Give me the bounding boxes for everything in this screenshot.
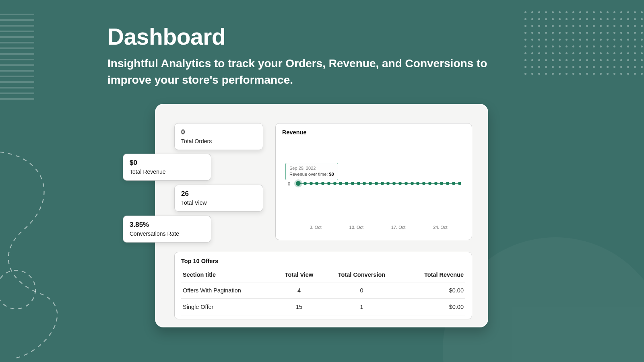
stat-card-conversations-rate[interactable]: 3.85% Conversations Rate (123, 216, 211, 243)
stat-label: Total Orders (181, 138, 256, 144)
col-total-view[interactable]: Total View (275, 268, 323, 282)
svg-point-0 (0, 270, 35, 309)
stat-value: 0 (181, 128, 256, 136)
cell-section: Single Offer (181, 299, 275, 315)
stat-card-total-revenue[interactable]: $0 Total Revenue (123, 154, 211, 181)
revenue-chart-card: Revenue Sep 29, 2022 Revenue over time: … (275, 123, 472, 240)
stat-card-total-orders[interactable]: 0 Total Orders (174, 123, 263, 150)
revenue-chart[interactable]: Sep 29, 2022 Revenue over time: $0 0 3. … (282, 138, 465, 230)
x-tick: 24. Oct (433, 225, 447, 230)
top-offers-card: Top 10 Offers Section title Total View T… (174, 252, 472, 319)
decoration-dashed-path (0, 149, 89, 362)
cell-conversion: 0 (323, 282, 400, 299)
tooltip-date: Sep 29, 2022 (289, 165, 334, 171)
stat-label: Total View (181, 200, 256, 206)
x-tick: 10. Oct (349, 225, 363, 230)
top-offers-table: Section title Total View Total Conversio… (181, 268, 465, 315)
table-row[interactable]: Single Offer 15 1 $0.00 (181, 299, 465, 315)
page-subtitle: Insightful Analytics to track your Order… (107, 56, 526, 88)
cell-section: Offers With Pagination (181, 282, 275, 299)
chart-x-axis-ticks: 3. Oct 10. Oct 17. Oct 24. Oct (296, 225, 461, 230)
chart-data-points (296, 182, 461, 186)
cell-views: 15 (275, 299, 323, 315)
cell-views: 4 (275, 282, 323, 299)
stat-label: Conversations Rate (130, 230, 204, 237)
x-tick: 3. Oct (310, 225, 321, 230)
stat-label: Total Revenue (130, 169, 204, 175)
cell-conversion: 1 (323, 299, 400, 315)
col-total-conversion[interactable]: Total Conversion (323, 268, 400, 282)
col-total-revenue[interactable]: Total Revenue (400, 268, 465, 282)
decoration-dot-grid (524, 11, 644, 76)
table-title: Top 10 Offers (181, 258, 465, 264)
cell-revenue: $0.00 (400, 299, 465, 315)
cell-revenue: $0.00 (400, 282, 465, 299)
table-row[interactable]: Offers With Pagination 4 0 $0.00 (181, 282, 465, 299)
stat-value: 26 (181, 190, 256, 198)
chart-title: Revenue (282, 129, 465, 136)
page-title: Dashboard (107, 23, 526, 50)
stat-value: $0 (130, 159, 204, 167)
tooltip-value: $0 (329, 172, 334, 177)
table-header-row: Section title Total View Total Conversio… (181, 268, 465, 282)
col-section-title[interactable]: Section title (181, 268, 275, 282)
stat-value: 3.85% (130, 221, 204, 229)
chart-tooltip: Sep 29, 2022 Revenue over time: $0 (285, 163, 338, 180)
x-tick: 17. Oct (391, 225, 405, 230)
tooltip-series-label: Revenue over time: (289, 172, 328, 177)
stat-card-total-view[interactable]: 26 Total View (174, 185, 263, 212)
chart-y-axis-zero: 0 (288, 181, 290, 186)
decoration-lines (0, 14, 34, 100)
